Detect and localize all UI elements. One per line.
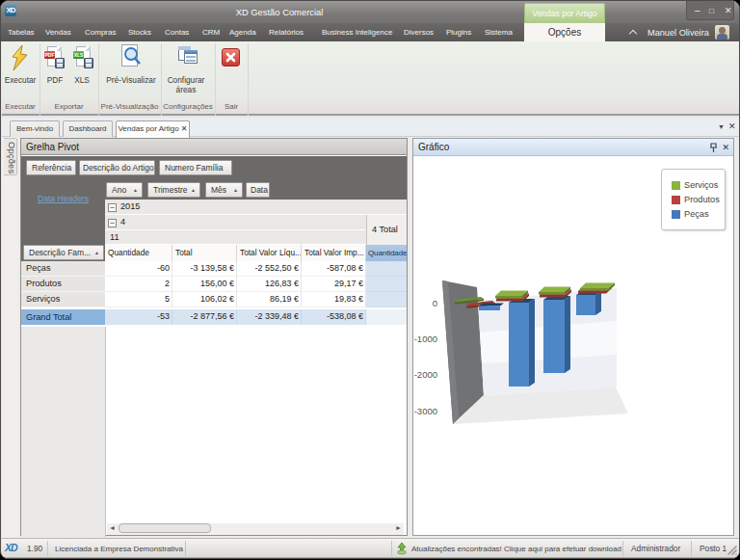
svg-text:-1000: -1000 [414,333,437,344]
svg-text:-2000: -2000 [414,369,437,380]
svg-text:0: 0 [433,298,437,308]
svg-text:-3000: -3000 [414,406,437,416]
